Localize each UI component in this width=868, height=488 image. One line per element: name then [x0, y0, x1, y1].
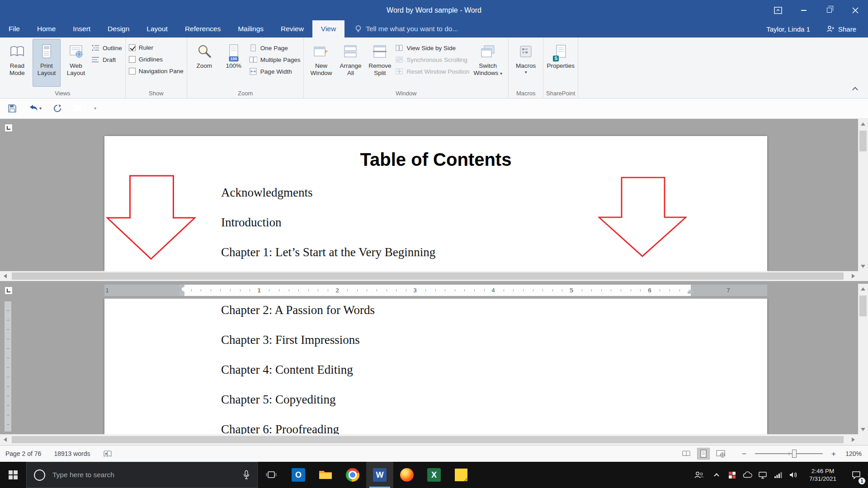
taskbar-app-firefox[interactable]: [393, 462, 420, 488]
start-button[interactable]: [0, 462, 26, 488]
zoom-slider[interactable]: [755, 453, 823, 454]
horizontal-scrollbar-top-pane[interactable]: [0, 271, 868, 281]
people-button[interactable]: [689, 462, 709, 488]
zoom-slider-thumb[interactable]: [792, 450, 797, 458]
tab-references[interactable]: References: [176, 20, 229, 38]
scroll-up-button[interactable]: [858, 284, 868, 294]
scroll-left-button[interactable]: [0, 435, 10, 445]
qat-overflow-caret-icon[interactable]: ▾: [94, 106, 96, 111]
toc-entry[interactable]: Introduction: [221, 216, 281, 230]
volume-button[interactable]: [786, 462, 801, 488]
customize-qat-button[interactable]: [73, 104, 83, 113]
microphone-icon[interactable]: [243, 470, 250, 480]
red-down-arrow-shape-left[interactable]: [106, 175, 196, 260]
one-page-button[interactable]: One Page: [249, 44, 301, 52]
tab-stop-selector-bottom[interactable]: [5, 286, 13, 295]
proofing-errors-button[interactable]: [103, 450, 112, 457]
scrollbar-thumb[interactable]: [859, 131, 867, 151]
share-button[interactable]: Share: [826, 25, 856, 33]
tab-stop-selector-top[interactable]: [5, 124, 13, 132]
tab-review[interactable]: Review: [272, 20, 312, 38]
red-down-arrow-shape-right[interactable]: [598, 177, 687, 257]
zoom-out-button[interactable]: −: [741, 450, 748, 458]
collapse-ribbon-button[interactable]: [852, 87, 858, 93]
taskbar-search[interactable]: Type here to search: [26, 462, 258, 488]
taskbar-app-excel[interactable]: X: [420, 462, 448, 488]
scroll-down-button[interactable]: [858, 424, 868, 434]
tab-mailings[interactable]: Mailings: [229, 20, 272, 38]
ruler-checkbox-row[interactable]: Ruler: [129, 44, 184, 51]
close-button[interactable]: [842, 0, 868, 20]
read-mode-button[interactable]: Read Mode: [3, 39, 31, 87]
vertical-ruler[interactable]: [5, 301, 11, 432]
taskbar-app-outlook[interactable]: O: [285, 462, 312, 488]
scroll-right-button[interactable]: [848, 435, 858, 445]
view-side-by-side-button[interactable]: View Side by Side: [395, 44, 469, 52]
document-page-bottom[interactable]: Chapter 2: A Passion for Words Chapter 3…: [104, 299, 767, 434]
tell-me-box[interactable]: Tell me what you want to do...: [350, 20, 462, 38]
split-bar-ruler-row[interactable]: 1 1 2 3 4 5 6 7: [0, 281, 868, 299]
action-center-button[interactable]: 1: [844, 462, 868, 488]
redo-button[interactable]: [52, 104, 62, 113]
scrollbar-thumb[interactable]: [859, 296, 867, 316]
vertical-scrollbar-top-pane[interactable]: [858, 119, 868, 271]
horizontal-ruler[interactable]: 1 1 2 3 4 5 6 7: [104, 285, 767, 296]
zoom-in-button[interactable]: +: [830, 450, 837, 458]
web-layout-view-button[interactable]: [714, 448, 727, 460]
toc-entry[interactable]: Chapter 6: Proofreading: [221, 422, 339, 434]
gridlines-checkbox[interactable]: [129, 56, 136, 63]
tab-home[interactable]: Home: [28, 20, 64, 38]
outline-button[interactable]: Outline: [91, 44, 122, 52]
taskbar-app-sticky-notes[interactable]: [448, 462, 475, 488]
remove-split-button[interactable]: Remove Split: [366, 39, 394, 87]
scroll-up-button[interactable]: [858, 119, 868, 129]
toc-entry[interactable]: Chapter 2: A Passion for Words: [221, 303, 375, 317]
navigation-pane-checkbox[interactable]: [129, 68, 136, 75]
print-layout-view-button[interactable]: [697, 448, 710, 460]
tab-layout[interactable]: Layout: [138, 20, 176, 38]
zoom-button[interactable]: Zoom: [190, 39, 218, 87]
web-layout-button[interactable]: Web Layout: [62, 39, 90, 87]
print-layout-button[interactable]: Print Layout: [33, 39, 61, 87]
multiple-pages-button[interactable]: Multiple Pages: [249, 56, 301, 63]
scroll-down-button[interactable]: [858, 261, 868, 271]
tab-file[interactable]: File: [0, 20, 28, 38]
document-heading[interactable]: Table of Contents: [104, 150, 767, 170]
display-tray-button[interactable]: [755, 462, 770, 488]
scrollbar-thumb[interactable]: [12, 436, 844, 443]
read-mode-view-button[interactable]: [680, 448, 693, 460]
taskbar-app-word[interactable]: W: [366, 462, 393, 488]
tab-view[interactable]: View: [312, 20, 344, 38]
scrollbar-thumb[interactable]: [12, 272, 844, 280]
document-pane-bottom[interactable]: Chapter 2: A Passion for Words Chapter 3…: [0, 299, 858, 434]
macros-button[interactable]: Macros ▾: [512, 39, 540, 87]
document-pane-top[interactable]: Table of Contents Acknowledgments Introd…: [0, 119, 858, 271]
page-indicator[interactable]: Page 2 of 76: [5, 450, 41, 457]
arrange-all-button[interactable]: Arrange All: [336, 39, 364, 87]
signed-in-user[interactable]: Taylor, Linda 1: [766, 25, 810, 33]
toc-entry[interactable]: Chapter 5: Copyediting: [221, 393, 335, 407]
taskbar-clock[interactable]: 2:46 PM 7/31/2021: [801, 462, 844, 488]
task-view-button[interactable]: [258, 462, 285, 488]
new-window-button[interactable]: New Window: [307, 39, 335, 87]
ruler-checkbox[interactable]: [129, 44, 136, 51]
toc-entry[interactable]: Chapter 4: Content Editing: [221, 363, 353, 377]
taskbar-app-file-explorer[interactable]: [312, 462, 339, 488]
onedrive-button[interactable]: [740, 462, 755, 488]
toc-entry[interactable]: Acknowledgments: [221, 186, 312, 200]
document-page-top[interactable]: Table of Contents Acknowledgments Introd…: [104, 136, 767, 271]
draft-button[interactable]: Draft: [91, 56, 122, 63]
tray-app-button[interactable]: [724, 462, 740, 488]
gridlines-checkbox-row[interactable]: Gridlines: [129, 56, 184, 63]
zoom-percentage[interactable]: 120%: [842, 450, 862, 457]
undo-button[interactable]: ▾: [28, 104, 42, 113]
switch-windows-button[interactable]: Switch Windows ▾: [471, 39, 505, 87]
minimize-button[interactable]: [791, 0, 816, 20]
toc-entry[interactable]: Chapter 3: First Impressions: [221, 333, 360, 347]
toc-entry[interactable]: Chapter 1: Let’s Start at the Very Begin…: [221, 245, 435, 259]
horizontal-scrollbar-bottom-pane[interactable]: [0, 434, 868, 445]
undo-caret-icon[interactable]: ▾: [39, 106, 42, 111]
properties-button[interactable]: S Properties: [547, 39, 575, 87]
zoom-100-button[interactable]: 100 100%: [220, 39, 248, 87]
ribbon-display-options-button[interactable]: [765, 0, 791, 20]
